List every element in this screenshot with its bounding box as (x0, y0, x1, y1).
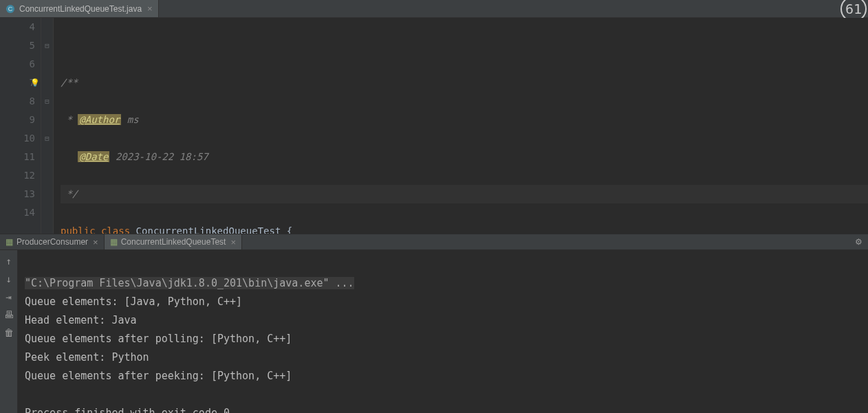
run-console: ↑ ↓ ⇥ 🖶 🗑 "C:\Program Files\Java\jdk1.8.… (0, 250, 868, 413)
run-tab[interactable]: ▦ ProducerConsumer × (0, 234, 105, 249)
editor-tab-bar: C ConcurrentLinkedQueueTest.java × 61 (0, 0, 868, 18)
run-tab-label: ProducerConsumer (17, 237, 88, 247)
close-tab-icon[interactable]: × (230, 237, 236, 247)
fold-blank (41, 185, 53, 203)
clear-icon[interactable]: 🗑 (4, 327, 14, 338)
output-line: Peek element: Python (25, 351, 149, 364)
close-tab-icon[interactable]: × (93, 237, 98, 247)
fold-gutter: ⊟ 💡 ⊟ ⊟ (41, 18, 54, 234)
fold-blank (41, 148, 53, 166)
java-class-icon: C (6, 4, 15, 14)
code-line-current: */ (61, 185, 868, 203)
code-line: public class ConcurrentLinkedQueueTest { (61, 222, 868, 234)
coverage-badge-value: 61 (845, 1, 862, 17)
output-line: Head element: Java (25, 314, 137, 326)
line-number: 12 (0, 166, 35, 185)
soft-wrap-icon[interactable]: ⇥ (6, 291, 11, 302)
output-line: Queue elements after peeking: [Python, C… (25, 370, 292, 382)
line-number: 10 (23, 133, 35, 144)
line-number: 9 (30, 114, 35, 125)
console-output[interactable]: "C:\Program Files\Java\jdk1.8.0_201\bin\… (18, 250, 868, 413)
line-number-gutter: 4 5 6 7 8 ▶9 ▶10 11 12 13 14 (0, 18, 41, 234)
line-number: 5 (0, 36, 35, 55)
intention-bulb-icon[interactable]: 💡 (30, 74, 40, 92)
run-tab-label: ConcurrentLinkedQueueTest (121, 237, 226, 247)
code-line: * @Author ms (61, 111, 868, 129)
output-line: Queue elements: [Java, Python, C++] (25, 295, 242, 308)
editor-tab[interactable]: C ConcurrentLinkedQueueTest.java × (0, 0, 159, 17)
fold-blank (41, 166, 53, 185)
code-line (61, 36, 868, 55)
run-tab-active[interactable]: ▦ ConcurrentLinkedQueueTest × (105, 234, 242, 249)
fold-close-icon[interactable]: ⊟ (41, 92, 53, 111)
fold-blank (41, 55, 53, 74)
fold-blank: 💡 (41, 74, 53, 92)
scroll-down-icon[interactable]: ↓ (6, 274, 11, 284)
line-number: 14 (0, 203, 35, 222)
code-content[interactable]: /** * @Author ms @Date 2023-10-22 18:57 … (54, 18, 868, 234)
close-tab-icon[interactable]: × (147, 3, 153, 14)
line-number: 4 (0, 18, 35, 36)
scroll-up-icon[interactable]: ↑ (6, 256, 11, 267)
gear-icon[interactable]: ⚙ (855, 237, 862, 247)
svg-text:C: C (8, 5, 13, 12)
fold-open-icon[interactable]: ⊟ (41, 36, 53, 55)
line-number: 8 (0, 92, 35, 111)
line-number: 11 (0, 148, 35, 166)
exit-code-line: Process finished with exit code 0 (25, 407, 230, 413)
run-tab-bar: ▦ ProducerConsumer × ▦ ConcurrentLinkedQ… (0, 234, 868, 250)
javadoc-tag: @Date (78, 151, 109, 162)
line-number: 6 (0, 55, 35, 74)
code-line: /** (61, 74, 868, 92)
javadoc-tag: @Author (78, 114, 121, 125)
console-toolbar: ↑ ↓ ⇥ 🖶 🗑 (0, 250, 18, 413)
line-number: 13 (0, 185, 35, 203)
command-line: "C:\Program Files\Java\jdk1.8.0_201\bin\… (25, 277, 354, 289)
fold-blank (41, 111, 53, 129)
fold-open-icon[interactable]: ⊟ (41, 129, 53, 148)
output-line: Queue elements after polling: [Python, C… (25, 333, 292, 345)
export-icon[interactable]: 🖶 (4, 309, 14, 320)
code-editor[interactable]: 4 5 6 7 8 ▶9 ▶10 11 12 13 14 ⊟ 💡 ⊟ ⊟ /**… (0, 18, 868, 234)
fold-blank (41, 203, 53, 222)
run-config-icon: ▦ (6, 237, 13, 247)
run-config-icon: ▦ (110, 237, 118, 247)
code-line: @Date 2023-10-22 18:57 (61, 148, 868, 166)
fold-blank (41, 18, 53, 36)
editor-tab-label: ConcurrentLinkedQueueTest.java (19, 4, 142, 14)
